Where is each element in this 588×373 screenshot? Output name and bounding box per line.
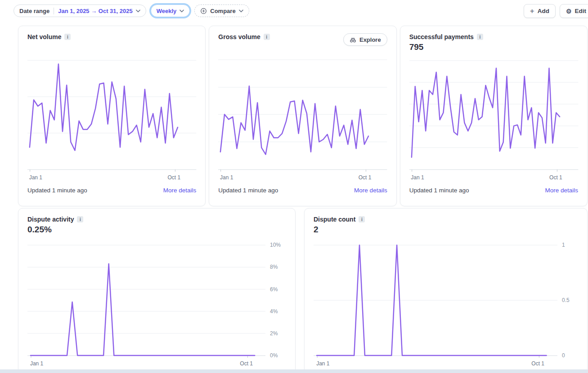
x-axis-labels: Jan 1 Oct 1: [27, 173, 196, 181]
dispute-count-chart: 00.51: [314, 241, 578, 359]
x-axis-label: Jan 1: [316, 360, 329, 367]
chevron-down-icon: [136, 9, 140, 13]
successful-payments-chart: [409, 53, 578, 173]
gross-volume-chart: [218, 53, 387, 173]
dispute-count-card: Dispute count i 2 00.51 Jan 1 Oct 1: [304, 208, 588, 373]
interval-selector[interactable]: Weekly: [151, 4, 190, 17]
metric-value: 795: [409, 42, 578, 52]
metric-value: 2: [314, 225, 578, 235]
x-axis-label: Jan 1: [30, 360, 43, 367]
date-range-value: Jan 1, 2025 → Oct 31, 2025: [58, 8, 133, 14]
chevron-down-icon: [180, 9, 184, 13]
x-axis-label: Oct 1: [167, 174, 180, 181]
x-axis-labels: Jan 1 Oct 1: [218, 173, 387, 181]
more-details-link[interactable]: More details: [354, 187, 387, 194]
card-title: Gross volume: [218, 33, 260, 40]
updated-text: Updated 1 minute ago: [27, 187, 87, 194]
x-axis-label: Jan 1: [29, 174, 42, 181]
add-button[interactable]: + Add: [524, 4, 556, 18]
x-axis-labels: Jan 1 Oct 1: [27, 360, 286, 367]
gear-icon: ⚙: [566, 8, 572, 14]
x-axis-label: Jan 1: [220, 174, 233, 181]
svg-text:10%: 10%: [270, 242, 281, 248]
card-title: Dispute activity: [27, 216, 74, 223]
card-title: Dispute count: [314, 216, 355, 223]
interval-value: Weekly: [157, 8, 177, 14]
dispute-activity-chart: 0%2%4%6%8%10%: [27, 241, 286, 359]
plus-icon: +: [530, 7, 534, 15]
updated-text: Updated 1 minute ago: [218, 187, 278, 194]
x-axis-label: Oct 1: [531, 360, 544, 367]
svg-text:6%: 6%: [270, 286, 278, 293]
edit-label: Edit: [575, 8, 587, 14]
svg-text:8%: 8%: [270, 264, 278, 270]
more-details-link[interactable]: More details: [163, 187, 197, 194]
card-title: Successful payments: [409, 33, 474, 40]
info-icon[interactable]: i: [77, 216, 83, 222]
x-axis-label: Oct 1: [240, 360, 253, 367]
info-icon[interactable]: i: [264, 34, 270, 40]
svg-text:0%: 0%: [270, 352, 278, 359]
net-volume-chart: [27, 53, 196, 173]
info-icon[interactable]: i: [359, 216, 365, 222]
svg-text:2%: 2%: [270, 330, 278, 337]
dashboard-toolbar: Date range Jan 1, 2025 → Oct 31, 2025 We…: [0, 0, 588, 22]
metric-value: 0.25%: [27, 225, 286, 235]
net-volume-card: Net volume i Jan 1 Oct 1 Updated 1 minut…: [18, 26, 206, 206]
dispute-activity-card: Dispute activity i 0.25% 0%2%4%6%8%10% J…: [18, 208, 296, 373]
viewport-bottom-strip: [0, 369, 588, 373]
date-range-label: Date range: [19, 8, 49, 14]
chevron-down-icon: [239, 9, 243, 13]
card-title: Net volume: [27, 33, 61, 40]
x-axis-labels: Jan 1 Oct 1: [409, 173, 578, 181]
edit-button[interactable]: ⚙ Edit: [560, 4, 588, 18]
gross-volume-card: Gross volume i Explore Jan 1 Oct 1 Updat…: [209, 26, 396, 206]
divider: [54, 8, 54, 14]
x-axis-label: Oct 1: [359, 174, 372, 181]
compare-toggle[interactable]: Compare: [194, 4, 249, 17]
svg-text:4%: 4%: [270, 308, 278, 315]
successful-payments-card: Successful payments i 795 Jan 1 Oct 1 Up…: [400, 26, 588, 206]
dashboard-grid: Net volume i Jan 1 Oct 1 Updated 1 minut…: [18, 26, 588, 373]
explore-label: Explore: [359, 36, 381, 43]
binoculars-icon: [350, 36, 356, 43]
svg-text:0.5: 0.5: [562, 297, 570, 303]
x-axis-label: Oct 1: [549, 174, 562, 181]
x-axis-label: Jan 1: [411, 174, 424, 181]
svg-text:0: 0: [562, 352, 565, 359]
compare-label: Compare: [210, 8, 235, 14]
updated-text: Updated 1 minute ago: [409, 187, 469, 194]
x-axis-labels: Jan 1 Oct 1: [314, 360, 578, 367]
add-label: Add: [538, 8, 549, 14]
explore-button[interactable]: Explore: [343, 33, 387, 46]
info-icon[interactable]: i: [477, 34, 483, 40]
circle-plus-icon: [200, 8, 207, 14]
date-range-filter[interactable]: Date range Jan 1, 2025 → Oct 31, 2025: [13, 4, 146, 17]
svg-text:1: 1: [562, 242, 565, 248]
more-details-link[interactable]: More details: [545, 187, 578, 194]
info-icon[interactable]: i: [64, 34, 71, 40]
